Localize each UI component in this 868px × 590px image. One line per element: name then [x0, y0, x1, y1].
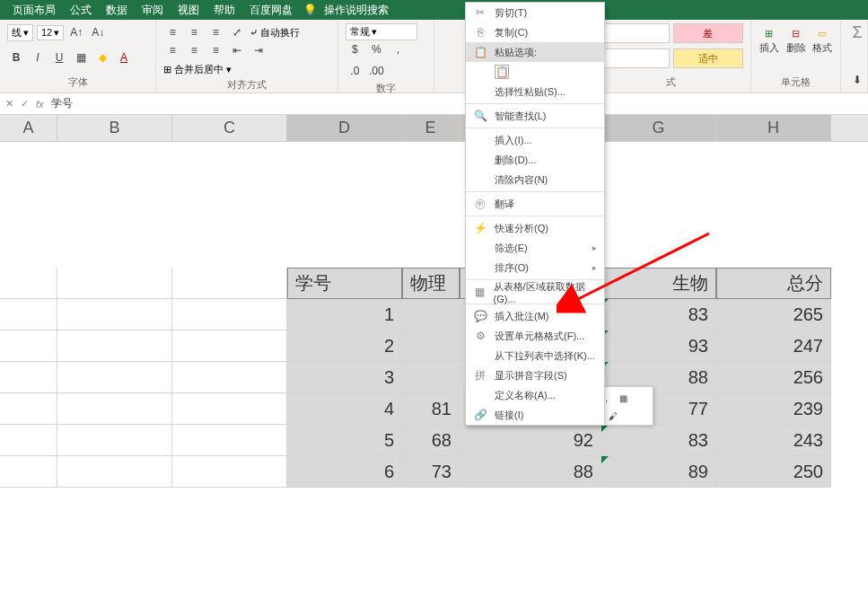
- table-row: 2 69 93 247: [0, 330, 868, 362]
- col-g[interactable]: G: [601, 115, 716, 141]
- hdr-id[interactable]: 学号: [287, 268, 402, 299]
- cm-delete[interactable]: 删除(D)...: [466, 150, 604, 170]
- menu-data[interactable]: 数据: [99, 3, 135, 18]
- cm-sort[interactable]: 排序(O)▸: [466, 258, 604, 277]
- number-group-label: 数字: [346, 80, 426, 95]
- italic-icon[interactable]: I: [29, 48, 47, 66]
- style-good-cell[interactable]: 适中: [673, 48, 744, 68]
- font-group-label: 字体: [7, 74, 148, 89]
- align-left-icon[interactable]: ≡: [163, 41, 181, 59]
- hdr-total[interactable]: 总分: [716, 268, 831, 299]
- currency-icon[interactable]: $: [346, 40, 364, 58]
- format-icon: ▭: [818, 28, 827, 40]
- cm-define-name[interactable]: 定义名称(A)...: [466, 385, 604, 405]
- cm-sep: [466, 191, 604, 192]
- percent-icon[interactable]: %: [367, 40, 385, 58]
- chevron-right-icon: ▸: [592, 243, 597, 252]
- font-color-icon[interactable]: A: [115, 48, 133, 66]
- format-cells-button[interactable]: ▭格式: [811, 23, 833, 59]
- cm-format-cells[interactable]: ⚙设置单元格格式(F)...: [466, 326, 604, 346]
- align-bot-icon[interactable]: ≡: [206, 23, 224, 41]
- ribbon-edit-group: Σ ⬇: [841, 20, 868, 92]
- indent-dec-icon[interactable]: ⇤: [228, 41, 246, 59]
- confirm-icon[interactable]: ✓: [21, 98, 29, 110]
- fill-color-icon[interactable]: ◆: [93, 48, 111, 66]
- cm-insert-comment[interactable]: 💬插入批注(M): [466, 306, 604, 326]
- menu-baidu[interactable]: 百度网盘: [242, 3, 300, 18]
- font-size-dropdown[interactable]: 12 ▾: [37, 25, 64, 40]
- analysis-icon: ⚡: [473, 221, 487, 235]
- cm-dropdown-pick[interactable]: 从下拉列表中选择(K)...: [466, 346, 604, 365]
- col-d[interactable]: D: [287, 115, 402, 141]
- dec-inc-icon[interactable]: .0: [346, 62, 364, 80]
- fill-icon[interactable]: ⬇: [848, 71, 866, 89]
- formula-value[interactable]: 学号: [51, 96, 73, 111]
- fx-icon[interactable]: fx: [36, 99, 44, 110]
- decrease-font-icon[interactable]: A↓: [89, 23, 107, 41]
- underline-icon[interactable]: U: [50, 48, 68, 66]
- orientation-icon[interactable]: ⤢: [228, 23, 246, 41]
- menu-layout[interactable]: 页面布局: [5, 3, 63, 18]
- font-name-dropdown[interactable]: 线 ▾: [7, 24, 33, 41]
- indent-inc-icon[interactable]: ⇥: [250, 41, 267, 59]
- autosum-icon[interactable]: Σ: [848, 23, 866, 41]
- tell-me-search[interactable]: 操作说明搜索: [317, 3, 396, 18]
- cm-filter[interactable]: 筛选(E)▸: [466, 238, 604, 258]
- align-mid-icon[interactable]: ≡: [185, 23, 203, 41]
- hdr-bio[interactable]: 生物: [601, 268, 716, 299]
- number-format-dropdown[interactable]: 常规 ▾: [346, 23, 417, 40]
- cm-sep: [466, 103, 604, 104]
- cm-clear[interactable]: 清除内容(N): [466, 170, 604, 189]
- cm-smart-lookup[interactable]: 🔍智能查找(L): [466, 106, 604, 126]
- dec-dec-icon[interactable]: .00: [367, 62, 385, 80]
- comma-icon[interactable]: ,: [389, 40, 407, 58]
- align-center-icon[interactable]: ≡: [185, 41, 203, 59]
- table-row: 6 73 88 89 250: [0, 456, 868, 488]
- border-icon[interactable]: ▦: [72, 48, 90, 66]
- insert-cells-button[interactable]: ⊞插入: [758, 23, 780, 59]
- align-top-icon[interactable]: ≡: [163, 23, 181, 41]
- increase-font-icon[interactable]: A↑: [67, 23, 85, 41]
- align-right-icon[interactable]: ≡: [206, 41, 224, 59]
- copy-icon: ⎘: [473, 25, 487, 40]
- clipboard-icon: 📋: [473, 45, 487, 59]
- ribbon-align-group: ≡ ≡ ≡ ⤢ ⤶ 自动换行 ≡ ≡ ≡ ⇤ ⇥ ⊞ 合并后居中 ▾ 对齐方式: [156, 20, 338, 92]
- cm-insert[interactable]: 插入(I)...: [466, 130, 604, 150]
- style-normal2-cell[interactable]: [599, 48, 670, 68]
- cm-from-table[interactable]: ▦从表格/区域获取数据(G)...: [466, 282, 604, 302]
- insert-icon: ⊞: [765, 28, 773, 40]
- mt-paint-icon[interactable]: 🖌: [606, 409, 620, 423]
- cm-copy[interactable]: ⎘复制(C): [466, 22, 604, 42]
- menu-review[interactable]: 审阅: [135, 3, 171, 18]
- cm-paste-special[interactable]: 选择性粘贴(S)...: [466, 82, 604, 101]
- menu-view[interactable]: 视图: [171, 3, 206, 18]
- col-a[interactable]: A: [0, 115, 57, 141]
- cancel-icon[interactable]: ✕: [5, 98, 13, 110]
- col-c[interactable]: C: [172, 115, 287, 141]
- delete-cells-button[interactable]: ⊟删除: [785, 23, 807, 59]
- mt-border-icon[interactable]: ▦: [617, 391, 631, 405]
- cm-paste-icon1[interactable]: 📋: [466, 62, 604, 82]
- cm-quick-analysis[interactable]: ⚡快速分析(Q): [466, 218, 604, 238]
- col-b[interactable]: B: [57, 115, 172, 141]
- cm-cut[interactable]: ✂剪切(T): [466, 3, 604, 22]
- col-e[interactable]: E: [402, 115, 460, 141]
- bulb-icon: 💡: [303, 4, 317, 16]
- ribbon-styles-group: 差 适中 式: [592, 20, 751, 92]
- bold-icon[interactable]: B: [7, 48, 25, 66]
- merge-button[interactable]: ⊞ 合并后居中 ▾: [163, 63, 232, 76]
- autowrap-button[interactable]: ⤶ 自动换行: [250, 26, 300, 40]
- cm-link[interactable]: 🔗链接(I): [466, 405, 604, 425]
- menu-formulas[interactable]: 公式: [63, 3, 99, 18]
- hdr-phy[interactable]: 物理: [402, 268, 460, 299]
- align-group-label: 对齐方式: [163, 76, 330, 92]
- cm-translate[interactable]: ㊥翻译: [466, 194, 604, 214]
- menu-help[interactable]: 帮助: [206, 3, 242, 18]
- table-row: 5 68 92 83 243: [0, 425, 868, 456]
- col-h[interactable]: H: [716, 115, 831, 141]
- style-bad-cell[interactable]: 差: [673, 23, 744, 43]
- cm-paste-options[interactable]: 📋粘贴选项:: [466, 42, 604, 62]
- style-normal-cell[interactable]: [599, 23, 670, 43]
- cm-pinyin[interactable]: 拼显示拼音字段(S): [466, 365, 604, 385]
- ribbon-number-group: 常规 ▾ $ % , .0 .00 数字: [338, 20, 434, 92]
